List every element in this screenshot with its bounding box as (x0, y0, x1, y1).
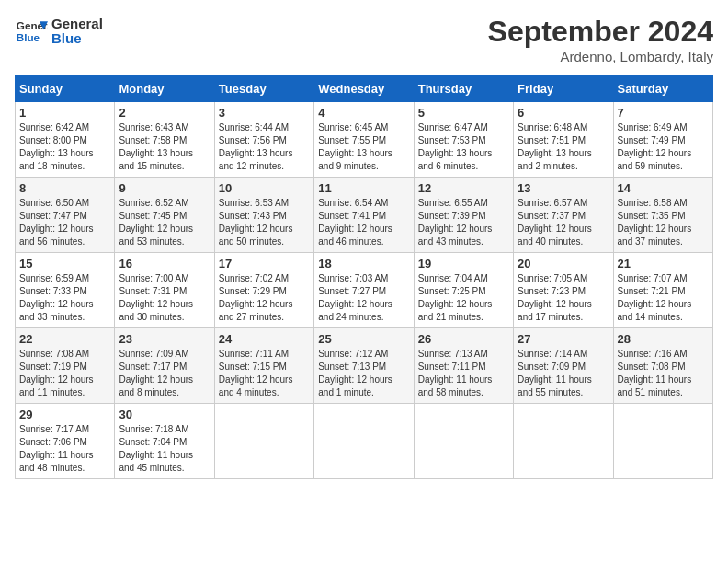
day-number: 10 (219, 181, 310, 195)
day-info: Sunrise: 6:54 AMSunset: 7:41 PMDaylight:… (318, 198, 392, 247)
day-info: Sunrise: 6:55 AMSunset: 7:39 PMDaylight:… (418, 198, 493, 247)
calendar-cell: 5 Sunrise: 6:47 AMSunset: 7:53 PMDayligh… (414, 102, 513, 178)
weekday-header-wednesday: Wednesday (314, 76, 414, 102)
day-number: 6 (518, 106, 609, 120)
day-info: Sunrise: 6:43 AMSunset: 7:58 PMDaylight:… (119, 122, 193, 171)
calendar-cell: 18 Sunrise: 7:03 AMSunset: 7:27 PMDaylig… (314, 253, 414, 328)
calendar-cell: 15 Sunrise: 6:59 AMSunset: 7:33 PMDaylig… (16, 253, 115, 328)
day-number: 5 (418, 106, 509, 120)
day-info: Sunrise: 7:04 AMSunset: 7:25 PMDaylight:… (418, 273, 493, 322)
day-number: 26 (418, 332, 509, 346)
week-row-4: 22 Sunrise: 7:08 AMSunset: 7:19 PMDaylig… (16, 328, 713, 404)
calendar-table: SundayMondayTuesdayWednesdayThursdayFrid… (15, 75, 713, 479)
day-number: 23 (119, 332, 210, 346)
day-info: Sunrise: 7:11 AMSunset: 7:15 PMDaylight:… (219, 349, 293, 397)
day-number: 12 (418, 181, 509, 195)
logo-general: General (51, 17, 103, 32)
day-info: Sunrise: 7:12 AMSunset: 7:13 PMDaylight:… (318, 349, 392, 397)
calendar-cell: 24 Sunrise: 7:11 AMSunset: 7:15 PMDaylig… (214, 328, 313, 404)
calendar-cell: 9 Sunrise: 6:52 AMSunset: 7:45 PMDayligh… (115, 178, 214, 253)
calendar-cell: 14 Sunrise: 6:58 AMSunset: 7:35 PMDaylig… (613, 178, 712, 253)
day-number: 13 (518, 181, 609, 195)
day-number: 22 (19, 332, 110, 346)
day-number: 24 (219, 332, 310, 346)
week-row-3: 15 Sunrise: 6:59 AMSunset: 7:33 PMDaylig… (16, 253, 713, 328)
day-info: Sunrise: 7:07 AMSunset: 7:21 PMDaylight:… (618, 273, 692, 322)
day-info: Sunrise: 7:03 AMSunset: 7:27 PMDaylight:… (318, 273, 392, 322)
day-number: 18 (318, 257, 409, 270)
day-info: Sunrise: 7:00 AMSunset: 7:31 PMDaylight:… (119, 273, 193, 322)
calendar-cell: 23 Sunrise: 7:09 AMSunset: 7:17 PMDaylig… (115, 328, 214, 404)
title-block: September 2024 Ardenno, Lombardy, Italy (488, 15, 713, 64)
day-info: Sunrise: 7:02 AMSunset: 7:29 PMDaylight:… (219, 273, 293, 322)
day-number: 1 (19, 106, 110, 120)
day-info: Sunrise: 6:57 AMSunset: 7:37 PMDaylight:… (518, 198, 592, 247)
day-info: Sunrise: 6:49 AMSunset: 7:49 PMDaylight:… (618, 122, 692, 171)
weekday-header-row: SundayMondayTuesdayWednesdayThursdayFrid… (16, 76, 713, 102)
weekday-header-saturday: Saturday (613, 76, 712, 102)
calendar-cell: 30 Sunrise: 7:18 AMSunset: 7:04 PMDaylig… (115, 404, 214, 479)
day-number: 14 (618, 181, 709, 195)
day-number: 27 (518, 332, 609, 346)
weekday-header-sunday: Sunday (16, 76, 115, 102)
day-info: Sunrise: 7:14 AMSunset: 7:09 PMDaylight:… (518, 349, 592, 397)
day-info: Sunrise: 7:18 AMSunset: 7:04 PMDaylight:… (119, 424, 193, 473)
logo-blue: Blue (51, 31, 103, 47)
calendar-cell: 10 Sunrise: 6:53 AMSunset: 7:43 PMDaylig… (214, 178, 313, 253)
day-info: Sunrise: 6:45 AMSunset: 7:55 PMDaylight:… (318, 122, 392, 171)
calendar-cell: 19 Sunrise: 7:04 AMSunset: 7:25 PMDaylig… (414, 253, 513, 328)
day-number: 30 (119, 408, 210, 421)
calendar-cell: 27 Sunrise: 7:14 AMSunset: 7:09 PMDaylig… (514, 328, 613, 404)
day-info: Sunrise: 7:05 AMSunset: 7:23 PMDaylight:… (518, 273, 592, 322)
day-number: 8 (19, 181, 110, 195)
day-info: Sunrise: 7:13 AMSunset: 7:11 PMDaylight:… (418, 349, 493, 397)
day-info: Sunrise: 6:42 AMSunset: 8:00 PMDaylight:… (19, 122, 94, 171)
day-info: Sunrise: 7:08 AMSunset: 7:19 PMDaylight:… (19, 349, 94, 397)
weekday-header-thursday: Thursday (414, 76, 513, 102)
logo: General Blue General Blue (15, 15, 103, 48)
calendar-cell: 6 Sunrise: 6:48 AMSunset: 7:51 PMDayligh… (514, 102, 613, 178)
day-number: 9 (119, 181, 210, 195)
calendar-cell (314, 404, 414, 479)
day-number: 16 (119, 257, 210, 270)
calendar-cell: 7 Sunrise: 6:49 AMSunset: 7:49 PMDayligh… (613, 102, 712, 178)
page-header: General Blue General Blue September 2024… (15, 15, 713, 64)
location-subtitle: Ardenno, Lombardy, Italy (488, 49, 713, 64)
day-info: Sunrise: 7:17 AMSunset: 7:06 PMDaylight:… (19, 424, 94, 473)
calendar-cell: 4 Sunrise: 6:45 AMSunset: 7:55 PMDayligh… (314, 102, 414, 178)
day-info: Sunrise: 6:48 AMSunset: 7:51 PMDaylight:… (518, 122, 592, 171)
calendar-cell (214, 404, 313, 479)
day-info: Sunrise: 6:47 AMSunset: 7:53 PMDaylight:… (418, 122, 493, 171)
day-info: Sunrise: 7:16 AMSunset: 7:08 PMDaylight:… (618, 349, 692, 397)
day-info: Sunrise: 6:58 AMSunset: 7:35 PMDaylight:… (618, 198, 692, 247)
month-title: September 2024 (488, 15, 713, 49)
calendar-cell: 29 Sunrise: 7:17 AMSunset: 7:06 PMDaylig… (16, 404, 115, 479)
logo-icon: General Blue (15, 15, 48, 48)
day-number: 29 (19, 408, 110, 421)
week-row-1: 1 Sunrise: 6:42 AMSunset: 8:00 PMDayligh… (16, 102, 713, 178)
calendar-cell: 8 Sunrise: 6:50 AMSunset: 7:47 PMDayligh… (16, 178, 115, 253)
day-info: Sunrise: 6:53 AMSunset: 7:43 PMDaylight:… (219, 198, 293, 247)
calendar-cell: 26 Sunrise: 7:13 AMSunset: 7:11 PMDaylig… (414, 328, 513, 404)
day-number: 21 (618, 257, 709, 270)
day-number: 4 (318, 106, 409, 120)
calendar-cell: 11 Sunrise: 6:54 AMSunset: 7:41 PMDaylig… (314, 178, 414, 253)
calendar-cell: 22 Sunrise: 7:08 AMSunset: 7:19 PMDaylig… (16, 328, 115, 404)
day-number: 7 (618, 106, 709, 120)
day-number: 17 (219, 257, 310, 270)
weekday-header-tuesday: Tuesday (214, 76, 313, 102)
day-info: Sunrise: 6:50 AMSunset: 7:47 PMDaylight:… (19, 198, 94, 247)
day-info: Sunrise: 6:44 AMSunset: 7:56 PMDaylight:… (219, 122, 293, 171)
calendar-cell: 12 Sunrise: 6:55 AMSunset: 7:39 PMDaylig… (414, 178, 513, 253)
calendar-cell (414, 404, 513, 479)
day-number: 28 (618, 332, 709, 346)
calendar-cell: 3 Sunrise: 6:44 AMSunset: 7:56 PMDayligh… (214, 102, 313, 178)
day-number: 20 (518, 257, 609, 270)
calendar-cell: 20 Sunrise: 7:05 AMSunset: 7:23 PMDaylig… (514, 253, 613, 328)
calendar-cell: 2 Sunrise: 6:43 AMSunset: 7:58 PMDayligh… (115, 102, 214, 178)
calendar-cell: 21 Sunrise: 7:07 AMSunset: 7:21 PMDaylig… (613, 253, 712, 328)
day-info: Sunrise: 6:52 AMSunset: 7:45 PMDaylight:… (119, 198, 193, 247)
day-number: 3 (219, 106, 310, 120)
calendar-cell (613, 404, 712, 479)
day-info: Sunrise: 6:59 AMSunset: 7:33 PMDaylight:… (19, 273, 94, 322)
